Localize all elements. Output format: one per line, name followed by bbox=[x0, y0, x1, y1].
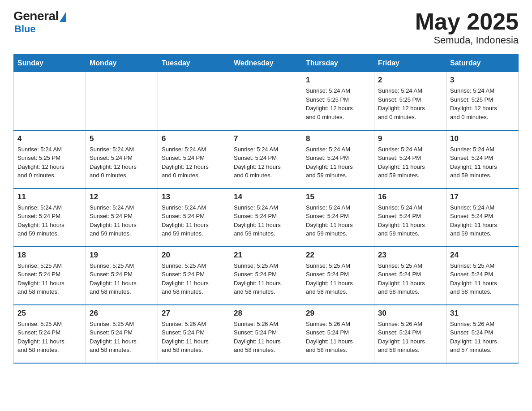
day-info: Sunrise: 5:24 AMSunset: 5:25 PMDaylight:… bbox=[378, 86, 442, 121]
day-info: Sunrise: 5:25 AMSunset: 5:24 PMDaylight:… bbox=[450, 261, 515, 296]
day-number: 28 bbox=[234, 309, 298, 318]
logo: General Blue bbox=[13, 9, 66, 35]
col-friday: Friday bbox=[374, 55, 446, 72]
calendar-day-cell: 12Sunrise: 5:24 AMSunset: 5:24 PMDayligh… bbox=[86, 188, 158, 247]
calendar-header: Sunday Monday Tuesday Wednesday Thursday… bbox=[14, 55, 519, 72]
calendar-day-cell: 22Sunrise: 5:25 AMSunset: 5:24 PMDayligh… bbox=[302, 247, 374, 305]
calendar-day-cell: 28Sunrise: 5:26 AMSunset: 5:24 PMDayligh… bbox=[230, 305, 302, 363]
day-number: 23 bbox=[378, 251, 442, 260]
calendar-body: 1Sunrise: 5:24 AMSunset: 5:25 PMDaylight… bbox=[14, 72, 519, 363]
logo-triangle-icon bbox=[60, 12, 66, 22]
calendar-day-cell: 6Sunrise: 5:24 AMSunset: 5:24 PMDaylight… bbox=[158, 130, 230, 188]
day-number: 16 bbox=[378, 193, 442, 201]
calendar-day-cell: 31Sunrise: 5:26 AMSunset: 5:24 PMDayligh… bbox=[446, 305, 519, 363]
calendar-day-cell: 10Sunrise: 5:24 AMSunset: 5:24 PMDayligh… bbox=[446, 130, 519, 188]
day-number: 27 bbox=[162, 309, 226, 318]
day-info: Sunrise: 5:26 AMSunset: 5:24 PMDaylight:… bbox=[378, 320, 442, 355]
day-info: Sunrise: 5:24 AMSunset: 5:24 PMDaylight:… bbox=[306, 145, 370, 180]
calendar-week-row: 1Sunrise: 5:24 AMSunset: 5:25 PMDaylight… bbox=[14, 72, 519, 130]
calendar-week-row: 25Sunrise: 5:25 AMSunset: 5:24 PMDayligh… bbox=[14, 305, 519, 363]
day-number: 8 bbox=[306, 134, 370, 143]
calendar-day-cell: 24Sunrise: 5:25 AMSunset: 5:24 PMDayligh… bbox=[446, 247, 519, 305]
calendar-day-cell: 2Sunrise: 5:24 AMSunset: 5:25 PMDaylight… bbox=[374, 72, 446, 130]
day-number: 1 bbox=[306, 76, 370, 85]
day-number: 20 bbox=[162, 251, 226, 260]
day-info: Sunrise: 5:26 AMSunset: 5:24 PMDaylight:… bbox=[306, 320, 370, 355]
calendar-day-cell: 29Sunrise: 5:26 AMSunset: 5:24 PMDayligh… bbox=[302, 305, 374, 363]
day-number: 19 bbox=[90, 251, 154, 260]
calendar-day-cell: 20Sunrise: 5:25 AMSunset: 5:24 PMDayligh… bbox=[158, 247, 230, 305]
day-number: 30 bbox=[378, 309, 442, 318]
calendar-week-row: 11Sunrise: 5:24 AMSunset: 5:24 PMDayligh… bbox=[14, 188, 519, 247]
day-number: 4 bbox=[17, 134, 82, 143]
day-info: Sunrise: 5:24 AMSunset: 5:24 PMDaylight:… bbox=[162, 203, 226, 238]
col-saturday: Saturday bbox=[446, 55, 519, 72]
days-of-week-row: Sunday Monday Tuesday Wednesday Thursday… bbox=[14, 55, 519, 72]
logo-blue-text: Blue bbox=[14, 23, 36, 35]
day-number: 29 bbox=[306, 309, 370, 318]
day-number: 18 bbox=[17, 251, 82, 260]
day-info: Sunrise: 5:25 AMSunset: 5:24 PMDaylight:… bbox=[90, 320, 154, 355]
calendar-day-cell: 11Sunrise: 5:24 AMSunset: 5:24 PMDayligh… bbox=[14, 188, 86, 247]
day-number: 31 bbox=[450, 309, 515, 318]
calendar-day-cell: 23Sunrise: 5:25 AMSunset: 5:24 PMDayligh… bbox=[374, 247, 446, 305]
day-info: Sunrise: 5:24 AMSunset: 5:24 PMDaylight:… bbox=[234, 145, 298, 180]
day-info: Sunrise: 5:24 AMSunset: 5:25 PMDaylight:… bbox=[17, 145, 82, 180]
day-number: 12 bbox=[90, 193, 154, 201]
day-number: 15 bbox=[306, 193, 370, 201]
calendar-day-cell: 3Sunrise: 5:24 AMSunset: 5:25 PMDaylight… bbox=[446, 72, 519, 130]
day-info: Sunrise: 5:24 AMSunset: 5:24 PMDaylight:… bbox=[378, 145, 442, 180]
calendar-day-cell: 21Sunrise: 5:25 AMSunset: 5:24 PMDayligh… bbox=[230, 247, 302, 305]
calendar-week-row: 4Sunrise: 5:24 AMSunset: 5:25 PMDaylight… bbox=[14, 130, 519, 188]
day-info: Sunrise: 5:24 AMSunset: 5:24 PMDaylight:… bbox=[162, 145, 226, 180]
day-number: 25 bbox=[17, 309, 82, 318]
day-number: 17 bbox=[450, 193, 515, 201]
day-info: Sunrise: 5:24 AMSunset: 5:24 PMDaylight:… bbox=[450, 203, 515, 238]
day-number: 11 bbox=[17, 193, 82, 201]
calendar-day-cell: 14Sunrise: 5:24 AMSunset: 5:24 PMDayligh… bbox=[230, 188, 302, 247]
col-thursday: Thursday bbox=[302, 55, 374, 72]
calendar-table: Sunday Monday Tuesday Wednesday Thursday… bbox=[13, 54, 519, 364]
day-number: 7 bbox=[234, 134, 298, 143]
day-number: 10 bbox=[450, 134, 515, 143]
calendar-day-cell: 16Sunrise: 5:24 AMSunset: 5:24 PMDayligh… bbox=[374, 188, 446, 247]
day-number: 14 bbox=[234, 193, 298, 201]
day-info: Sunrise: 5:25 AMSunset: 5:24 PMDaylight:… bbox=[17, 261, 82, 296]
day-number: 26 bbox=[90, 309, 154, 318]
day-number: 3 bbox=[450, 76, 515, 85]
calendar-day-cell: 25Sunrise: 5:25 AMSunset: 5:24 PMDayligh… bbox=[14, 305, 86, 363]
calendar-day-cell: 7Sunrise: 5:24 AMSunset: 5:24 PMDaylight… bbox=[230, 130, 302, 188]
col-sunday: Sunday bbox=[14, 55, 86, 72]
calendar-day-cell: 5Sunrise: 5:24 AMSunset: 5:24 PMDaylight… bbox=[86, 130, 158, 188]
day-info: Sunrise: 5:25 AMSunset: 5:24 PMDaylight:… bbox=[234, 261, 298, 296]
page-header: General Blue May 2025 Semuda, Indonesia bbox=[13, 9, 519, 46]
day-info: Sunrise: 5:25 AMSunset: 5:24 PMDaylight:… bbox=[90, 261, 154, 296]
day-info: Sunrise: 5:26 AMSunset: 5:24 PMDaylight:… bbox=[162, 320, 226, 355]
calendar-title-block: May 2025 Semuda, Indonesia bbox=[415, 9, 519, 46]
day-info: Sunrise: 5:24 AMSunset: 5:24 PMDaylight:… bbox=[306, 203, 370, 238]
col-tuesday: Tuesday bbox=[158, 55, 230, 72]
day-info: Sunrise: 5:24 AMSunset: 5:24 PMDaylight:… bbox=[90, 203, 154, 238]
calendar-week-row: 18Sunrise: 5:25 AMSunset: 5:24 PMDayligh… bbox=[14, 247, 519, 305]
calendar-day-cell bbox=[158, 72, 230, 130]
calendar-day-cell: 17Sunrise: 5:24 AMSunset: 5:24 PMDayligh… bbox=[446, 188, 519, 247]
day-number: 5 bbox=[90, 134, 154, 143]
day-info: Sunrise: 5:24 AMSunset: 5:25 PMDaylight:… bbox=[306, 86, 370, 121]
calendar-day-cell: 13Sunrise: 5:24 AMSunset: 5:24 PMDayligh… bbox=[158, 188, 230, 247]
col-monday: Monday bbox=[86, 55, 158, 72]
day-info: Sunrise: 5:25 AMSunset: 5:24 PMDaylight:… bbox=[306, 261, 370, 296]
calendar-day-cell: 18Sunrise: 5:25 AMSunset: 5:24 PMDayligh… bbox=[14, 247, 86, 305]
calendar-day-cell: 19Sunrise: 5:25 AMSunset: 5:24 PMDayligh… bbox=[86, 247, 158, 305]
day-info: Sunrise: 5:24 AMSunset: 5:25 PMDaylight:… bbox=[450, 86, 515, 121]
day-number: 6 bbox=[162, 134, 226, 143]
day-number: 24 bbox=[450, 251, 515, 260]
calendar-day-cell: 27Sunrise: 5:26 AMSunset: 5:24 PMDayligh… bbox=[158, 305, 230, 363]
calendar-day-cell bbox=[230, 72, 302, 130]
day-info: Sunrise: 5:24 AMSunset: 5:24 PMDaylight:… bbox=[378, 203, 442, 238]
logo-general-text: General bbox=[13, 9, 59, 23]
calendar-day-cell: 15Sunrise: 5:24 AMSunset: 5:24 PMDayligh… bbox=[302, 188, 374, 247]
day-info: Sunrise: 5:25 AMSunset: 5:24 PMDaylight:… bbox=[17, 320, 82, 355]
calendar-day-cell: 9Sunrise: 5:24 AMSunset: 5:24 PMDaylight… bbox=[374, 130, 446, 188]
calendar-day-cell bbox=[86, 72, 158, 130]
day-number: 21 bbox=[234, 251, 298, 260]
